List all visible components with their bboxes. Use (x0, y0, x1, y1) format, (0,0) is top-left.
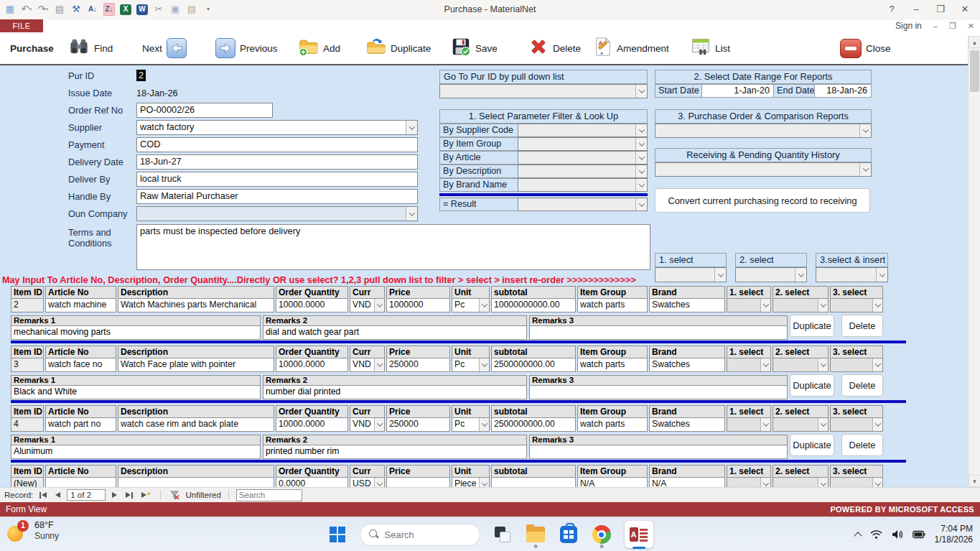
item-group-value[interactable]: N/A (577, 478, 648, 487)
access-button[interactable]: A (624, 522, 654, 547)
goto-purid-combobox[interactable] (439, 84, 648, 98)
issue-date-value[interactable]: 18-Jan-26 (136, 88, 178, 98)
chevron-down-icon[interactable] (374, 299, 384, 312)
chevron-down-icon[interactable] (406, 207, 417, 221)
delete-row-button[interactable]: Delete (841, 374, 883, 397)
row-select3-combobox[interactable] (830, 299, 883, 312)
list-button[interactable]: List (691, 32, 730, 64)
article-no-input[interactable]: watch part no (45, 418, 116, 432)
chevron-down-icon[interactable] (635, 85, 647, 98)
chevron-down-icon[interactable] (760, 418, 770, 431)
description-input[interactable] (118, 478, 274, 487)
advanced-filter-icon[interactable]: ⚒ (70, 3, 82, 16)
chevron-down-icon[interactable] (635, 138, 647, 150)
row-select2-combobox[interactable] (773, 478, 829, 487)
delete-row-button[interactable]: Delete (841, 315, 883, 337)
row-select3-combobox[interactable] (830, 358, 883, 372)
file-tab[interactable]: FILE (0, 19, 43, 32)
article-no-input[interactable]: watch machine (45, 299, 116, 312)
handle-by-input[interactable]: Raw Material Purchaser (136, 189, 418, 204)
delete-button[interactable]: Delete (528, 32, 581, 64)
chevron-down-icon[interactable] (872, 358, 882, 371)
order-qty-input[interactable]: 10000.0000 (276, 299, 348, 312)
battery-icon[interactable] (913, 530, 925, 539)
order-qty-input[interactable]: 10000.0000 (276, 418, 348, 432)
last-record-icon[interactable] (123, 492, 135, 499)
find-button[interactable]: Find (68, 32, 113, 64)
form-view-icon[interactable]: ▦ (4, 3, 16, 16)
chevron-down-icon[interactable] (479, 418, 489, 431)
chevron-down-icon[interactable] (859, 124, 871, 137)
unit-combobox[interactable]: Piece (452, 478, 490, 487)
remarks2-input[interactable]: printed number rim (263, 445, 527, 459)
duplicate-row-button[interactable]: Duplicate (790, 315, 834, 337)
chevron-down-icon[interactable] (479, 299, 489, 312)
sort-ascending-icon[interactable]: A↓ (87, 3, 98, 16)
curr-combobox[interactable]: VND (350, 358, 385, 372)
row-select1-combobox[interactable] (727, 418, 771, 432)
article-no-input[interactable] (45, 478, 116, 487)
chevron-down-icon[interactable] (859, 163, 871, 176)
select1-combobox[interactable] (655, 267, 727, 282)
print-setup-icon[interactable]: ▤ (54, 3, 65, 16)
chevron-down-icon[interactable] (374, 358, 384, 371)
undo-icon[interactable]: ↶▾ (21, 3, 32, 16)
chevron-down-icon[interactable] (818, 358, 828, 371)
chevron-down-icon[interactable] (714, 268, 726, 282)
cut-icon[interactable]: ✂ (153, 3, 164, 16)
result-combobox[interactable] (518, 198, 648, 211)
remarks3-input[interactable] (529, 326, 788, 340)
remarks1-input[interactable]: Alunimum (11, 445, 261, 459)
chevron-down-icon[interactable] (818, 299, 828, 312)
description-input[interactable]: watch case rim and back plate (118, 418, 274, 432)
row-select3-combobox[interactable] (830, 478, 883, 487)
terms-textarea[interactable]: parts must be inspected before delivery (136, 224, 650, 270)
by-item-group-combobox[interactable] (518, 137, 648, 151)
duplicate-row-button[interactable]: Duplicate (790, 434, 834, 456)
chevron-down-icon[interactable] (479, 358, 489, 371)
export-excel-icon[interactable]: X (120, 4, 131, 15)
record-position[interactable]: 1 of 2 (67, 489, 106, 501)
chevron-down-icon[interactable] (818, 478, 828, 487)
item-id-value[interactable]: (New) (11, 478, 44, 487)
payment-input[interactable]: COD (136, 137, 418, 152)
chevron-down-icon[interactable] (374, 418, 384, 431)
brand-value[interactable]: Swatches (649, 358, 725, 372)
supplier-combobox[interactable]: watch factory (136, 120, 418, 135)
description-input[interactable]: Watch Machines parts Merchanical (118, 299, 274, 312)
pur-id-value[interactable]: 2 (136, 70, 146, 81)
previous-button[interactable]: Previous (215, 32, 278, 64)
price-input[interactable]: 1000000 (386, 299, 450, 312)
taskbar-search[interactable]: Search (360, 524, 480, 546)
chevron-down-icon[interactable] (872, 299, 882, 312)
curr-combobox[interactable]: VND (350, 418, 385, 432)
scroll-up-icon[interactable]: ▲ (969, 36, 980, 48)
price-input[interactable]: 250000 (386, 358, 450, 372)
add-button[interactable]: Add (297, 32, 340, 64)
delivery-date-input[interactable]: 18-Jun-27 (136, 154, 418, 170)
filter-state[interactable]: Unfiltered (186, 491, 221, 499)
ribbon-restore-icon[interactable]: ❒ (949, 22, 956, 31)
item-id-value[interactable]: 3 (11, 358, 44, 372)
record-search-input[interactable] (236, 489, 302, 501)
row-select2-combobox[interactable] (773, 418, 829, 432)
brand-value[interactable]: N/A (649, 478, 725, 487)
item-group-value[interactable]: watch parts (577, 299, 648, 312)
tray-chevron-icon[interactable] (855, 530, 861, 539)
order-ref-input[interactable]: PO-00002/26 (136, 103, 273, 118)
chevron-down-icon[interactable] (760, 358, 770, 371)
chevron-down-icon[interactable] (635, 124, 647, 136)
chevron-down-icon[interactable] (872, 418, 882, 431)
receiving-history-combobox[interactable] (655, 162, 872, 177)
help-icon[interactable]: ? (879, 0, 904, 19)
amendment-button[interactable]: A Amendment (594, 32, 669, 64)
vertical-scrollbar[interactable]: ▲ ▼ (968, 36, 980, 487)
next-record-icon[interactable] (110, 492, 119, 498)
chevron-down-icon[interactable] (374, 478, 384, 487)
article-no-input[interactable]: watch face no (45, 358, 116, 372)
oun-company-combobox[interactable] (136, 206, 418, 221)
remarks1-input[interactable]: Black and White (11, 386, 261, 399)
select2-combobox[interactable] (735, 267, 807, 282)
deliver-by-input[interactable]: local truck (136, 172, 418, 187)
filter-icon[interactable] (168, 491, 182, 500)
